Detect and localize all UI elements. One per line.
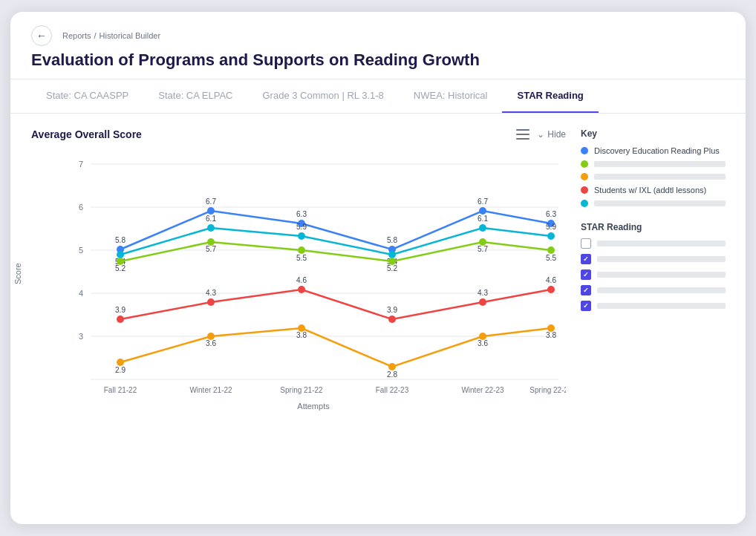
menu-icon[interactable] (516, 129, 529, 140)
svg-text:4.6: 4.6 (546, 276, 556, 284)
key-item-green (581, 160, 726, 168)
svg-text:6.1: 6.1 (478, 215, 488, 223)
svg-point-37 (298, 246, 305, 254)
tab-nwea[interactable]: NWEA: Historical (399, 79, 503, 113)
svg-point-28 (547, 232, 555, 240)
svg-text:Winter 21-22: Winter 21-22 (189, 386, 232, 394)
svg-point-59 (117, 359, 124, 366)
header: ← Reports / Historical Builder Evaluatio… (10, 12, 746, 79)
key-item-teal (581, 200, 726, 207)
checkbox-3[interactable] (581, 269, 591, 280)
svg-text:6.7: 6.7 (206, 197, 216, 206)
star-bar-3 (597, 272, 726, 278)
key-item-blue: Discovery Education Reading Plus (581, 146, 726, 155)
star-bar-4 (597, 287, 726, 293)
svg-text:7: 7 (79, 160, 83, 169)
svg-text:2.8: 2.8 (387, 370, 397, 379)
checkbox-4[interactable] (581, 285, 591, 295)
star-reading-item-5 (581, 301, 726, 311)
svg-text:5: 5 (79, 246, 83, 255)
star-reading-title: STAR Reading (581, 222, 726, 232)
breadcrumb-reports: Reports (62, 31, 91, 40)
svg-text:6.7: 6.7 (478, 197, 488, 206)
star-bar-5 (597, 303, 726, 309)
svg-text:5.5: 5.5 (546, 254, 556, 262)
key-dot-red (581, 186, 588, 194)
svg-text:Spring 22-23: Spring 22-23 (529, 386, 566, 394)
breadcrumb-builder: Historical Builder (100, 31, 161, 40)
main-card: ← Reports / Historical Builder Evaluatio… (10, 12, 746, 524)
checkbox-1[interactable] (581, 238, 591, 249)
star-reading-item-3 (581, 269, 726, 280)
svg-text:3.6: 3.6 (478, 339, 488, 347)
breadcrumb-separator: / (94, 31, 97, 40)
checkbox-2[interactable] (581, 254, 591, 264)
tab-star-reading[interactable]: STAR Reading (502, 79, 598, 113)
key-dot-orange (581, 173, 588, 180)
hide-button[interactable]: ⌄ Hide (537, 129, 566, 140)
star-bar-1 (597, 241, 726, 246)
star-reading-item-4 (581, 285, 726, 295)
svg-text:5.7: 5.7 (206, 245, 216, 253)
svg-text:3.6: 3.6 (206, 339, 216, 347)
tabs-bar: State: CA CAASPP State: CA ELPAC Grade 3… (10, 79, 746, 114)
svg-point-52 (547, 286, 555, 293)
star-reading-section: STAR Reading (581, 222, 726, 311)
svg-point-25 (298, 232, 305, 240)
svg-point-48 (207, 298, 215, 306)
x-axis-label: Attempts (61, 402, 566, 411)
svg-text:3.8: 3.8 (296, 331, 307, 339)
svg-point-15 (479, 207, 486, 215)
svg-text:4.3: 4.3 (206, 289, 216, 297)
key-section: Key Discovery Education Reading Plus Stu… (581, 128, 726, 207)
tab-elpac[interactable]: State: CA ELPAC (143, 79, 247, 113)
svg-point-24 (207, 224, 215, 232)
y-axis-label: Score (13, 263, 22, 284)
tab-grade3[interactable]: Grade 3 Common | RL 3.1-8 (247, 79, 398, 113)
tab-caaspp[interactable]: State: CA CAASPP (31, 79, 143, 113)
key-dot-blue (581, 147, 588, 154)
svg-point-27 (479, 224, 486, 232)
svg-text:2.9: 2.9 (115, 366, 126, 374)
svg-text:5.8: 5.8 (115, 236, 126, 244)
svg-text:5.9: 5.9 (296, 223, 307, 231)
star-bar-2 (597, 256, 726, 262)
svg-text:3.8: 3.8 (546, 331, 556, 339)
chart-header: Average Overall Score ⌄ Hide (31, 128, 566, 140)
key-dot-green (581, 160, 588, 168)
svg-text:6.3: 6.3 (296, 210, 307, 218)
svg-text:Fall 21-22: Fall 21-22 (104, 386, 137, 394)
svg-text:Spring 21-22: Spring 21-22 (280, 386, 323, 394)
svg-text:4.3: 4.3 (478, 289, 488, 297)
breadcrumb: ← Reports / Historical Builder (31, 25, 725, 46)
svg-text:3.9: 3.9 (115, 306, 126, 314)
svg-text:6.1: 6.1 (206, 215, 216, 223)
key-label-red: Students w/ IXL (addtl lessons) (594, 186, 706, 195)
svg-text:5.2: 5.2 (387, 264, 397, 272)
svg-text:Fall 22-23: Fall 22-23 (376, 386, 409, 394)
checkbox-5[interactable] (581, 301, 591, 311)
key-label-blue: Discovery Education Reading Plus (594, 146, 720, 155)
svg-text:3.9: 3.9 (387, 306, 397, 314)
chart-svg: 7 6 5 4 3 (61, 149, 566, 394)
key-dot-teal (581, 200, 588, 207)
key-title: Key (581, 128, 726, 139)
sidebar: Key Discovery Education Reading Plus Stu… (581, 128, 726, 411)
svg-text:6: 6 (79, 203, 83, 212)
key-bar-green (594, 161, 726, 167)
svg-text:4: 4 (79, 289, 83, 298)
svg-point-50 (388, 316, 396, 323)
key-bar-orange (594, 174, 726, 180)
svg-point-47 (117, 316, 124, 323)
star-reading-item-1 (581, 238, 726, 249)
svg-text:5.9: 5.9 (546, 223, 556, 231)
back-button[interactable]: ← (31, 25, 52, 46)
key-item-orange (581, 173, 726, 180)
svg-point-12 (207, 207, 215, 215)
svg-point-40 (547, 246, 555, 254)
key-bar-teal (594, 200, 726, 206)
svg-text:5.2: 5.2 (115, 264, 126, 272)
svg-text:5.7: 5.7 (478, 245, 488, 253)
page-title: Evaluation of Programs and Supports on R… (31, 50, 725, 70)
svg-text:6.3: 6.3 (546, 210, 556, 218)
